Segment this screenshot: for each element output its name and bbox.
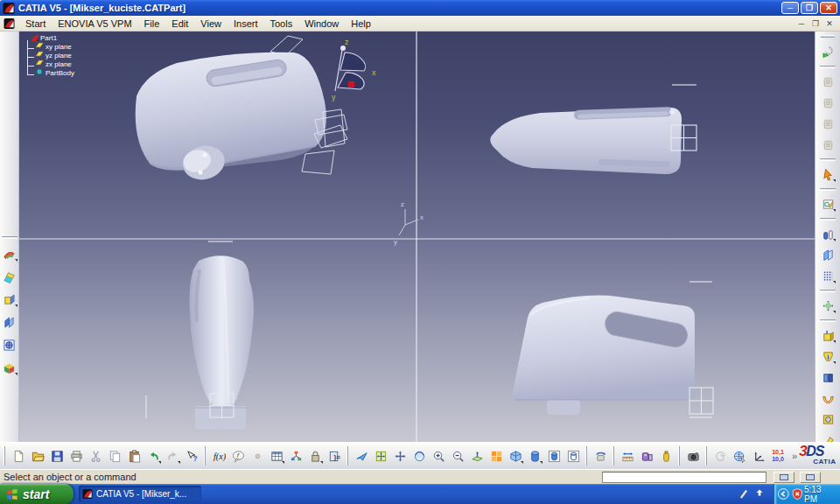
catalog-icon-4[interactable] xyxy=(819,136,836,154)
lock-icon[interactable] xyxy=(306,447,324,466)
restore-button[interactable]: ❐ xyxy=(801,2,818,14)
swap-visible-icon[interactable] xyxy=(592,447,609,466)
new-document-icon[interactable] xyxy=(10,447,27,466)
mdi-close-button[interactable]: ✕ xyxy=(822,18,836,29)
extrude-surface-icon[interactable] xyxy=(1,290,18,309)
sweep-surface-icon[interactable] xyxy=(1,268,18,286)
print-icon[interactable] xyxy=(67,447,85,466)
shape-surface-icon[interactable] xyxy=(1,245,18,263)
spiral-icon[interactable] xyxy=(711,447,729,466)
sketcher-icon[interactable] xyxy=(819,195,836,214)
hide-icons-arrow-icon[interactable] xyxy=(753,486,766,500)
fx-icon[interactable]: f(x) xyxy=(210,447,228,466)
shading-edges-icon[interactable] xyxy=(545,447,563,466)
gray-dot-icon[interactable] xyxy=(248,447,266,466)
cut-icon[interactable] xyxy=(87,447,104,466)
select-arrow-icon[interactable] xyxy=(819,165,836,184)
menu-item-help[interactable]: Help xyxy=(345,18,377,30)
toolbar-separator[interactable] xyxy=(820,319,836,322)
pocket-icon[interactable] xyxy=(819,347,836,366)
redo-icon[interactable] xyxy=(164,447,181,466)
shading-icon[interactable] xyxy=(526,447,543,466)
measure-item-icon[interactable] xyxy=(638,447,655,466)
measure-icon[interactable] xyxy=(619,447,636,466)
zoom-out-icon[interactable] xyxy=(449,447,466,466)
menu-item-start[interactable]: Start xyxy=(19,18,52,30)
command-input[interactable] xyxy=(602,472,766,483)
selection-trap-icon[interactable] xyxy=(819,297,836,315)
taskbar-task-button[interactable]: CATIA V5 - [Mikser_k... xyxy=(79,486,201,502)
viewport[interactable]: z x y z x y xyxy=(19,32,815,442)
menu-item-edit[interactable]: Edit xyxy=(165,18,194,30)
toolbar-separator[interactable] xyxy=(820,218,836,220)
measure-between-icon[interactable] xyxy=(819,225,836,243)
catalog-icon-2[interactable] xyxy=(819,94,836,112)
open-folder-icon[interactable] xyxy=(29,447,46,466)
save-icon[interactable] xyxy=(48,447,66,466)
minimize-button[interactable]: ─ xyxy=(781,2,799,14)
rule-icon[interactable]: }= xyxy=(326,447,343,466)
planes-icon[interactable] xyxy=(819,246,836,264)
wireframe-icon[interactable] xyxy=(564,447,582,466)
pen-tray-icon[interactable] xyxy=(738,486,750,500)
grid-dots-icon[interactable] xyxy=(819,267,836,285)
status-dialog-button[interactable] xyxy=(774,472,794,483)
rotate-icon[interactable] xyxy=(410,447,428,466)
groove-icon[interactable] xyxy=(819,368,836,387)
pad-icon[interactable] xyxy=(819,326,836,345)
update-icon[interactable] xyxy=(819,43,836,61)
multi-view-icon[interactable] xyxy=(487,447,505,466)
iso-view-icon[interactable] xyxy=(507,447,524,466)
pan-icon[interactable] xyxy=(391,447,409,466)
menu-item-insert[interactable]: Insert xyxy=(228,18,264,30)
close-button[interactable]: ✕ xyxy=(820,2,837,14)
formula-comment-icon[interactable]: f xyxy=(229,447,247,466)
fit-all-icon[interactable] xyxy=(372,447,389,466)
language-bar-icon[interactable] xyxy=(777,487,790,500)
toolbar-separator[interactable] xyxy=(2,236,18,239)
snap-dims-icon[interactable]: 10,110,0 xyxy=(769,447,787,466)
security-alert-shield-icon[interactable] xyxy=(791,487,804,500)
render-camera-icon[interactable] xyxy=(684,447,702,466)
whats-this-icon[interactable]: ? xyxy=(183,447,200,466)
toolbar-separator[interactable] xyxy=(820,290,836,292)
mdi-minimize-button[interactable]: ─ xyxy=(794,18,808,29)
toolbar-drag-handle[interactable] xyxy=(821,35,835,38)
sphere-surface-icon[interactable] xyxy=(1,336,18,354)
model-side-view[interactable] xyxy=(513,296,695,415)
start-button[interactable]: start xyxy=(0,484,74,504)
toolbar-separator[interactable] xyxy=(584,446,590,466)
normal-view-icon[interactable] xyxy=(468,447,486,466)
catalog-icon-3[interactable] xyxy=(819,115,836,133)
menu-item-window[interactable]: Window xyxy=(298,18,345,30)
toolbar-separator[interactable] xyxy=(202,446,208,466)
model-iso-view[interactable] xyxy=(136,52,326,185)
thickness-icon[interactable] xyxy=(819,410,836,429)
menu-item-enovia-v5-vpm[interactable]: ENOVIA V5 VPM xyxy=(52,18,137,30)
toolbar-separator[interactable] xyxy=(820,158,836,161)
relations-icon[interactable] xyxy=(287,447,304,466)
menu-item-tools[interactable]: Tools xyxy=(263,18,298,30)
model-top-view[interactable] xyxy=(490,107,682,174)
toolbar-separator[interactable] xyxy=(704,446,710,466)
toolbar-separator[interactable] xyxy=(2,446,8,466)
web-globe-icon[interactable] xyxy=(731,447,748,466)
multi-section-icon[interactable] xyxy=(1,359,18,377)
menu-item-view[interactable]: View xyxy=(194,18,228,30)
tree-node-partbody[interactable]: PartBody xyxy=(24,68,74,77)
catalog-icon[interactable] xyxy=(819,73,836,91)
toolbar-separator[interactable] xyxy=(345,446,351,466)
mdi-restore-button[interactable]: ❐ xyxy=(808,18,822,29)
apply-material-icon[interactable] xyxy=(657,447,675,466)
toolbar-separator[interactable] xyxy=(820,66,836,68)
axis-systems-icon[interactable] xyxy=(750,447,767,466)
more-tools-chevron[interactable]: » xyxy=(792,451,797,461)
copy-icon[interactable] xyxy=(106,447,123,466)
undo-icon[interactable] xyxy=(144,447,162,466)
status-dialog-button-2[interactable] xyxy=(800,472,821,483)
toolbar-separator[interactable] xyxy=(611,446,617,466)
design-table-icon[interactable] xyxy=(268,447,285,466)
shell-icon[interactable] xyxy=(819,389,836,408)
fly-mode-icon[interactable] xyxy=(353,447,370,466)
toolbar-separator[interactable] xyxy=(676,446,682,466)
